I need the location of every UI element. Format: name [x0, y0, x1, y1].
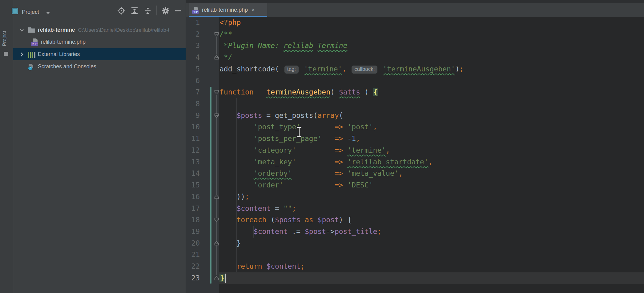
- code-token: $post: [305, 227, 326, 235]
- stripe-project-label[interactable]: Project: [2, 31, 7, 46]
- line-number[interactable]: 8: [186, 98, 200, 110]
- code-line[interactable]: 'posts_per_page' => -1,: [219, 133, 360, 145]
- code-token: [343, 123, 348, 131]
- line-number[interactable]: 1: [186, 17, 200, 29]
- line-number[interactable]: 10: [186, 121, 200, 133]
- line-number[interactable]: 23: [186, 272, 200, 284]
- tab-relilab-termine-php[interactable]: PHP relilab-termine.php ×: [189, 3, 267, 17]
- code-line[interactable]: $content = "";: [219, 203, 296, 215]
- line-number[interactable]: 3: [186, 40, 200, 52]
- code-line[interactable]: /**: [219, 29, 232, 40]
- code-line[interactable]: 'order' => 'DESC': [219, 179, 373, 191]
- line-number[interactable]: 22: [186, 261, 200, 272]
- tool-window-square-icon[interactable]: [4, 52, 8, 56]
- tree-item-scratches[interactable]: Scratches and Consoles: [13, 61, 186, 73]
- fold-marker-open[interactable]: [214, 31, 219, 37]
- code-line[interactable]: ));: [219, 191, 249, 203]
- tree-item-external-libraries[interactable]: External Libraries: [13, 48, 186, 60]
- project-tool-icon[interactable]: [12, 8, 18, 14]
- line-number[interactable]: 17: [186, 203, 200, 215]
- line-number[interactable]: 11: [186, 133, 200, 145]
- code-token: ,: [399, 169, 403, 177]
- code-token: }: [219, 274, 225, 282]
- code-token: ;: [300, 262, 305, 270]
- line-number[interactable]: 18: [186, 214, 200, 226]
- line-number[interactable]: 5: [186, 63, 200, 75]
- fold-marker-close[interactable]: [214, 194, 219, 200]
- close-icon[interactable]: ×: [252, 7, 255, 13]
- tab-label[interactable]: relilab-termine.php: [202, 7, 248, 13]
- code-token: [300, 216, 305, 224]
- code-line[interactable]: */: [219, 52, 232, 63]
- chevron-down-icon[interactable]: [46, 12, 50, 14]
- code-token: 'termine': [304, 65, 342, 73]
- tree-item-label[interactable]: relilab-termine: [38, 27, 75, 33]
- code-token: [262, 262, 266, 270]
- code-line[interactable]: add_shortcode( tag: 'termine', callback:…: [219, 63, 464, 75]
- line-number[interactable]: 7: [186, 86, 200, 98]
- code-line[interactable]: return $content;: [219, 261, 305, 272]
- line-number[interactable]: 2: [186, 29, 200, 40]
- locate-file-button[interactable]: [117, 7, 125, 15]
- code-token: =>: [335, 134, 343, 142]
- php-file-icon: PHP: [31, 38, 38, 46]
- fold-marker-close[interactable]: [214, 54, 219, 60]
- line-number[interactable]: 9: [186, 110, 200, 122]
- code-token: [219, 169, 254, 177]
- code-token: add_shortcode(: [219, 65, 284, 73]
- toolbar-divider: [156, 6, 157, 15]
- fold-marker-open[interactable]: [214, 89, 219, 95]
- code-token: ,: [429, 158, 433, 166]
- fold-marker-open[interactable]: [214, 217, 219, 223]
- vcs-change-bar[interactable]: [210, 87, 211, 284]
- code-token: ): [455, 65, 460, 73]
- line-number[interactable]: 6: [186, 75, 200, 87]
- expand-all-button[interactable]: [131, 7, 139, 15]
- tree-item-label[interactable]: External Libraries: [38, 51, 80, 58]
- fold-marker-open[interactable]: [214, 113, 219, 118]
- code-line[interactable]: 'category' => 'termine',: [219, 145, 390, 156]
- code-line[interactable]: <?php: [219, 17, 241, 29]
- gear-icon[interactable]: [162, 7, 170, 15]
- code-token: foreach: [236, 216, 266, 224]
- chevron-expanded-icon[interactable]: [19, 27, 25, 33]
- tree-item-project-root[interactable]: relilab-termine C:\Users\Daniel\Desktop\…: [13, 24, 186, 36]
- code-line[interactable]: function termineAusgeben( $atts ) {: [219, 86, 378, 98]
- code-line[interactable]: $content .= $post->post_title;: [219, 226, 381, 238]
- fold-marker-close[interactable]: [214, 240, 219, 246]
- hide-panel-button[interactable]: [174, 7, 182, 15]
- code-token: [296, 146, 335, 154]
- code-token: ): [360, 88, 373, 96]
- code-token: "": [284, 204, 292, 212]
- code-line[interactable]: 'meta_key' => 'relilab_startdate',: [219, 156, 433, 168]
- code-line[interactable]: $posts = get_posts(array(: [219, 110, 343, 122]
- line-number[interactable]: 19: [186, 226, 200, 238]
- code-token: [300, 65, 304, 73]
- line-number[interactable]: 21: [186, 249, 200, 261]
- line-number[interactable]: 4: [186, 52, 200, 63]
- code-line[interactable]: foreach ($posts as $post) {: [219, 214, 352, 226]
- code-line[interactable]: }: [219, 238, 241, 249]
- line-number[interactable]: 12: [186, 145, 200, 156]
- tree-item-label[interactable]: Scratches and Consoles: [38, 63, 96, 70]
- code-token: ,: [356, 134, 360, 142]
- code-line[interactable]: }: [219, 272, 225, 284]
- code-token: [378, 65, 383, 73]
- code-line[interactable]: 'orderby' => 'meta_value',: [219, 168, 403, 179]
- code-token: [219, 158, 254, 166]
- line-number[interactable]: 16: [186, 191, 200, 203]
- collapse-all-button[interactable]: [144, 7, 152, 15]
- tree-item-label[interactable]: relilab-termine.php: [41, 39, 86, 45]
- code-token: 'order': [254, 181, 284, 189]
- line-number[interactable]: 14: [186, 168, 200, 179]
- code-token: 'category': [254, 146, 296, 154]
- line-number[interactable]: 15: [186, 179, 200, 191]
- tree-item-php-file[interactable]: PHP relilab-termine.php: [13, 36, 186, 48]
- code-line[interactable]: *Plugin Name: relilab Termine: [219, 40, 347, 52]
- code-area[interactable]: <?php/** *Plugin Name: relilab Termine *…: [219, 17, 644, 293]
- project-panel-title[interactable]: Project: [22, 9, 39, 15]
- fold-marker-close[interactable]: [214, 275, 219, 281]
- line-number[interactable]: 20: [186, 238, 200, 249]
- line-number[interactable]: 13: [186, 156, 200, 168]
- chevron-collapsed-icon[interactable]: [19, 51, 25, 58]
